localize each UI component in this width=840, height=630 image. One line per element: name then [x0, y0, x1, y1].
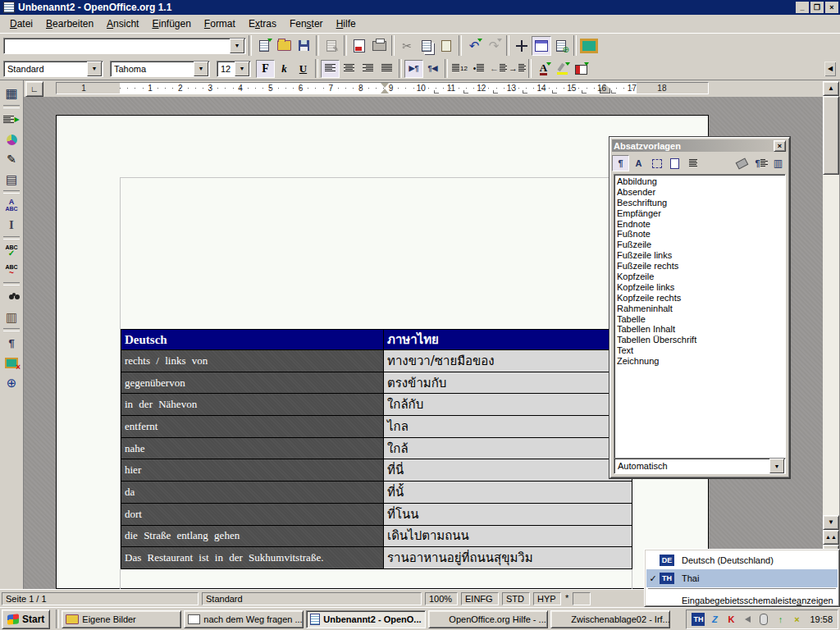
- style-list-item[interactable]: Tabelle: [614, 314, 785, 325]
- cell-german[interactable]: Das Restaurant ist in der Sukhumvitstraß…: [121, 547, 384, 569]
- direct-cursor-button[interactable]: I: [2, 215, 21, 235]
- table-header-th[interactable]: ภาษาไทย: [384, 330, 632, 350]
- cell-thai[interactable]: ที่โนน: [384, 503, 632, 525]
- menu-item[interactable]: Ansicht: [100, 16, 145, 31]
- align-justify-button[interactable]: [377, 60, 396, 78]
- network-icon[interactable]: ×: [790, 613, 803, 626]
- scroll-down-icon[interactable]: ▼: [823, 515, 839, 530]
- frame-styles-button[interactable]: [648, 155, 665, 171]
- cut-button[interactable]: ✂: [397, 36, 417, 56]
- table-header-de[interactable]: Deutsch: [121, 330, 384, 350]
- taskbar-task-button[interactable]: Unbenannt2 - OpenO...: [306, 610, 426, 628]
- vertical-scrollbar[interactable]: ▲ ▼ ▲▲ ▼▼: [823, 81, 839, 589]
- stylist-close-icon[interactable]: ×: [774, 140, 786, 152]
- form-functions-button[interactable]: ▤: [2, 169, 21, 189]
- style-list-item[interactable]: Empfänger: [614, 208, 785, 219]
- autotext-button[interactable]: AABC: [2, 195, 21, 215]
- taskbar-task-button[interactable]: nach dem Weg fragen ...: [184, 610, 304, 628]
- style-list-item[interactable]: Kopfzeile links: [614, 282, 785, 293]
- auto-spellcheck-button[interactable]: ABC~: [2, 261, 21, 281]
- status-selection-mode[interactable]: STD: [502, 592, 530, 605]
- graphics-toggle-button[interactable]: ×: [2, 353, 21, 372]
- data-sources-button[interactable]: ▥: [2, 307, 21, 326]
- input-language-indicator[interactable]: TH: [692, 613, 705, 626]
- style-list-item[interactable]: Fußnote: [614, 229, 785, 240]
- new-style-from-selection-button[interactable]: ¶: [751, 155, 769, 171]
- update-style-button[interactable]: ▥: [769, 155, 787, 171]
- insert-object-button[interactable]: [2, 130, 21, 149]
- cell-german[interactable]: rechts / links von: [121, 350, 384, 372]
- increase-indent-button[interactable]: →: [507, 60, 526, 78]
- url-combobox[interactable]: ▼: [3, 38, 246, 54]
- minimize-button[interactable]: _: [796, 2, 809, 13]
- style-list-item[interactable]: Kopfzeile: [614, 272, 785, 282]
- restore-button[interactable]: ❐: [810, 2, 824, 13]
- language-menu-item[interactable]: ✓ TH Thai: [646, 569, 838, 587]
- style-list-item[interactable]: Abbildung: [614, 176, 785, 187]
- font-dropdown-icon[interactable]: ▼: [194, 62, 208, 76]
- paragraph-styles-button[interactable]: ¶: [612, 155, 629, 171]
- cell-thai[interactable]: ที่นั้: [384, 482, 632, 504]
- nonprinting-characters-button[interactable]: ¶: [2, 333, 21, 353]
- paste-button[interactable]: [436, 36, 456, 56]
- find-replace-button[interactable]: [2, 287, 21, 307]
- menu-item[interactable]: Fenster: [283, 16, 330, 31]
- cell-thai[interactable]: เดินไปตามถนน: [384, 525, 632, 547]
- cell-german[interactable]: da: [121, 482, 384, 504]
- cell-german[interactable]: nahe: [121, 437, 384, 459]
- style-list-item[interactable]: Fußzeile links: [614, 250, 785, 261]
- update-icon[interactable]: ↑: [774, 613, 787, 626]
- taskbar-task-button[interactable]: Zwischenablage02 - Irf...: [550, 610, 670, 628]
- spellcheck-button[interactable]: ABC✓: [2, 241, 21, 261]
- style-list-item[interactable]: Tabellen Inhalt: [614, 324, 785, 335]
- online-layout-button[interactable]: ⊕: [2, 372, 21, 392]
- volume-icon[interactable]: [741, 613, 754, 626]
- left-indent-marker[interactable]: [381, 89, 389, 94]
- toolbar-overflow-button[interactable]: ◀: [824, 61, 837, 77]
- insert-table-button[interactable]: ▦: [2, 84, 21, 103]
- cell-german[interactable]: die Straße entlang gehen: [121, 525, 384, 547]
- style-list-item[interactable]: Kopfzeile rechts: [614, 293, 785, 304]
- antivirus-icon[interactable]: K: [724, 613, 737, 626]
- taskbar-task-button[interactable]: Eigene Bilder: [62, 610, 181, 628]
- quickstarter-icon[interactable]: Z: [708, 613, 721, 626]
- cell-thai[interactable]: ที่นี่: [384, 459, 632, 482]
- style-filter-combobox[interactable]: Automatisch ▼: [614, 458, 786, 474]
- copy-button[interactable]: [417, 36, 436, 56]
- italic-button[interactable]: k: [275, 60, 294, 78]
- style-dropdown-icon[interactable]: ▼: [87, 62, 102, 76]
- menu-item[interactable]: Bearbeiten: [39, 16, 100, 31]
- left-to-right-button[interactable]: ▶¶: [404, 60, 423, 78]
- right-to-left-button[interactable]: ¶◀: [423, 60, 442, 78]
- status-pagestyle[interactable]: Standard: [202, 592, 422, 605]
- style-list-item[interactable]: Fußzeile rechts: [614, 261, 785, 272]
- style-list-item[interactable]: Fußzeile: [614, 240, 785, 250]
- new-document-button[interactable]: [254, 36, 274, 56]
- character-styles-button[interactable]: A: [630, 155, 647, 171]
- align-left-button[interactable]: [321, 60, 340, 78]
- style-list-item[interactable]: Tabellen Überschrift: [614, 335, 785, 345]
- cell-thai[interactable]: ทางขวา/ซายมือของ: [384, 350, 632, 372]
- style-list-item[interactable]: Endnote: [614, 219, 785, 230]
- align-center-button[interactable]: [340, 60, 358, 78]
- cell-german[interactable]: hier: [121, 459, 384, 482]
- numbering-styles-button[interactable]: [684, 155, 701, 171]
- taskbar-clock[interactable]: 19:58: [810, 614, 833, 624]
- insert-button[interactable]: ▶: [2, 110, 21, 130]
- navigator-button[interactable]: [512, 36, 532, 56]
- gallery-button[interactable]: [579, 36, 599, 56]
- paragraph-background-button[interactable]: [572, 60, 591, 78]
- tab-type-selector[interactable]: ∟: [25, 81, 43, 97]
- page-styles-button[interactable]: [666, 155, 683, 171]
- taskbar-task-button[interactable]: OpenOffice.org Hilfe - ...: [428, 610, 548, 628]
- numbered-list-button[interactable]: 12: [450, 60, 469, 78]
- style-list-item[interactable]: Absender: [614, 187, 785, 198]
- font-size-combobox[interactable]: 12 ▼: [217, 61, 251, 77]
- redo-button[interactable]: ↷: [484, 36, 504, 56]
- underline-button[interactable]: U: [294, 60, 313, 78]
- cell-german[interactable]: gegenübervon: [121, 372, 384, 394]
- open-button[interactable]: [274, 36, 294, 56]
- stylist-button[interactable]: [532, 36, 551, 56]
- bullet-list-button[interactable]: •: [469, 60, 488, 78]
- scroll-up-icon[interactable]: ▲: [823, 81, 839, 96]
